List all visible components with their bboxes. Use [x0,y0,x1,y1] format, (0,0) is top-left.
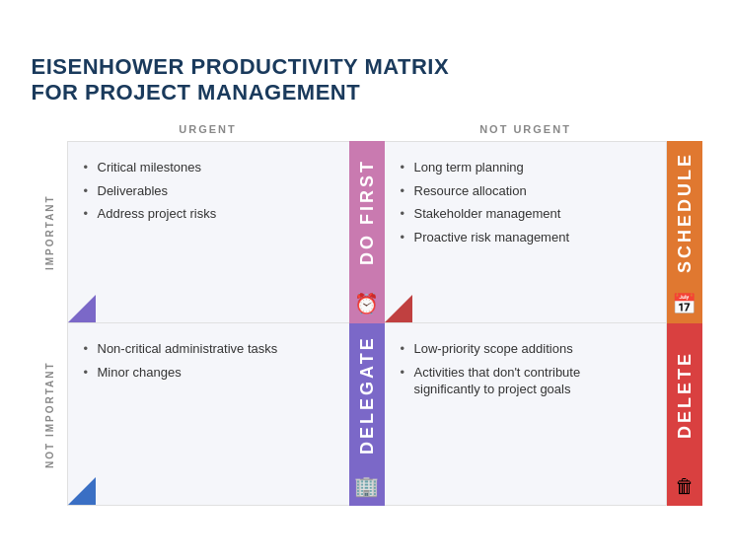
delete-label-wrapper: DELETE 🗑 [667,323,702,506]
matrix-wrapper: URGENT NOT URGENT IMPORTANT NOT IMPORTAN… [32,123,702,506]
quadrant-do-first: Critical milestones Deliverables Address… [67,141,349,323]
row-labels: IMPORTANT NOT IMPORTANT [32,141,67,506]
row-label-not-important: NOT IMPORTANT [32,323,67,506]
matrix-row-2: Non-critical administrative tasks Minor … [67,323,702,506]
do-first-icon: ⏰ [349,284,385,323]
schedule-label-wrapper: SCHEDULE 📅 [667,141,702,323]
do-first-label: DO FIRST [349,141,385,284]
row-label-important: IMPORTANT [32,141,67,323]
list-item: Low-priority scope additions [401,337,650,361]
matrix-content: Critical milestones Deliverables Address… [67,141,702,506]
list-item: Non-critical administrative tasks [84,337,333,361]
list-item: Minor changes [84,361,333,385]
schedule-icon: 📅 [667,284,702,323]
do-first-label-wrapper: DO FIRST ⏰ [349,141,385,323]
list-item: Critical milestones [84,156,333,179]
matrix-row-1: Critical milestones Deliverables Address… [67,141,702,323]
list-item: Resource allocation [401,179,650,203]
page-title: EISENHOWER PRODUCTIVITY MATRIX FOR PROJE… [32,54,702,106]
col-header-urgent: URGENT [67,123,349,141]
list-item: Stakeholder management [401,202,650,226]
col-headers: URGENT NOT URGENT [67,123,702,141]
list-item: Deliverables [84,179,333,203]
quadrant-delete: Low-priority scope additions Activities … [385,323,667,506]
list-item: Proactive risk management [401,226,650,249]
schedule-label: SCHEDULE [667,141,702,284]
delegate-label-wrapper: DELEGATE 🏢 [349,323,385,506]
list-item: Address project risks [84,202,333,226]
delete-icon: 🗑 [667,466,702,506]
list-item: Activities that don't contribute signifi… [401,361,650,401]
delete-label: DELETE [667,323,702,466]
delegate-label: DELEGATE [349,323,385,466]
q4-list: Low-priority scope additions Activities … [401,337,650,401]
q1-list: Critical milestones Deliverables Address… [84,156,333,226]
main-container: EISENHOWER PRODUCTIVITY MATRIX FOR PROJE… [12,36,722,525]
q2-list: Long term planning Resource allocation S… [401,156,650,248]
matrix-body: IMPORTANT NOT IMPORTANT Critical milesto… [32,141,702,506]
col-header-not-urgent: NOT URGENT [385,123,667,141]
quadrant-delegate: Non-critical administrative tasks Minor … [67,323,349,506]
quadrant-schedule: Long term planning Resource allocation S… [385,141,667,323]
list-item: Long term planning [401,156,650,179]
q3-list: Non-critical administrative tasks Minor … [84,337,333,384]
delegate-icon: 🏢 [349,466,385,506]
